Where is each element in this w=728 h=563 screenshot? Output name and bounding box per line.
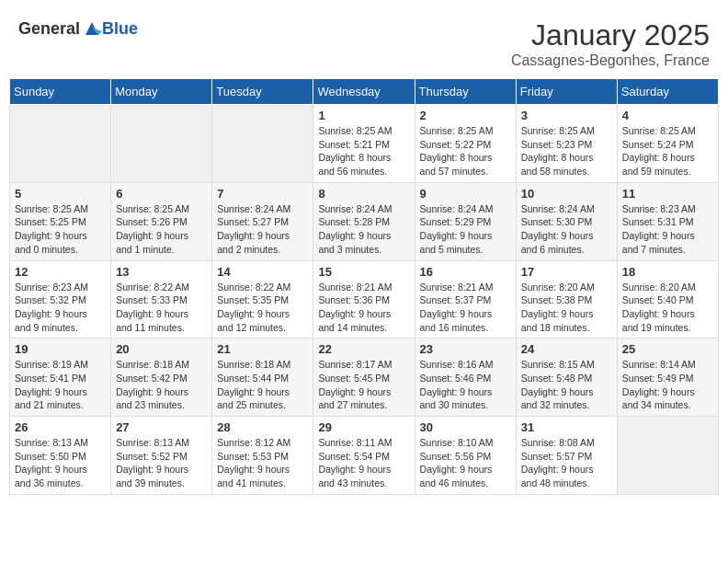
day-number: 4	[622, 109, 713, 122]
svg-marker-0	[85, 22, 98, 35]
weekday-header-friday: Friday	[516, 79, 617, 105]
day-info: Sunrise: 8:22 AMSunset: 5:33 PMDaylight:…	[116, 281, 207, 335]
weekday-header-sunday: Sunday	[10, 79, 111, 105]
day-cell: 14Sunrise: 8:22 AMSunset: 5:35 PMDayligh…	[212, 260, 313, 339]
day-number: 23	[420, 342, 511, 356]
day-cell: 30Sunrise: 8:10 AMSunset: 5:56 PMDayligh…	[415, 417, 516, 495]
logo-blue-text: Blue	[102, 19, 138, 39]
day-number: 14	[217, 265, 308, 279]
day-number: 12	[15, 265, 106, 279]
day-cell	[617, 417, 718, 495]
day-number: 13	[116, 265, 207, 279]
day-info: Sunrise: 8:19 AMSunset: 5:41 PMDaylight:…	[15, 358, 106, 412]
day-cell	[212, 105, 313, 183]
day-cell: 4Sunrise: 8:25 AMSunset: 5:24 PMDaylight…	[617, 105, 718, 183]
day-number: 25	[622, 342, 713, 356]
day-info: Sunrise: 8:18 AMSunset: 5:42 PMDaylight:…	[116, 358, 207, 412]
day-cell: 5Sunrise: 8:25 AMSunset: 5:25 PMDaylight…	[10, 182, 111, 260]
day-cell: 31Sunrise: 8:08 AMSunset: 5:57 PMDayligh…	[516, 417, 617, 495]
day-number: 29	[318, 420, 409, 434]
day-info: Sunrise: 8:20 AMSunset: 5:38 PMDaylight:…	[521, 281, 612, 335]
day-number: 9	[420, 187, 511, 201]
day-info: Sunrise: 8:25 AMSunset: 5:23 PMDaylight:…	[521, 124, 612, 178]
week-row-0: 1Sunrise: 8:25 AMSunset: 5:21 PMDaylight…	[10, 105, 719, 183]
day-info: Sunrise: 8:12 AMSunset: 5:53 PMDaylight:…	[217, 436, 308, 490]
day-cell: 12Sunrise: 8:23 AMSunset: 5:32 PMDayligh…	[10, 260, 111, 339]
day-number: 26	[15, 420, 106, 434]
day-cell: 16Sunrise: 8:21 AMSunset: 5:37 PMDayligh…	[415, 260, 516, 339]
day-number: 10	[521, 187, 612, 201]
day-number: 30	[420, 420, 511, 434]
day-cell	[111, 105, 212, 183]
month-title: January 2025	[511, 18, 710, 52]
logo-general-text: General	[18, 19, 80, 39]
day-number: 31	[521, 420, 612, 434]
day-cell: 3Sunrise: 8:25 AMSunset: 5:23 PMDaylight…	[516, 105, 617, 183]
day-cell: 27Sunrise: 8:13 AMSunset: 5:52 PMDayligh…	[111, 417, 212, 495]
day-info: Sunrise: 8:23 AMSunset: 5:32 PMDaylight:…	[15, 281, 106, 335]
day-cell: 8Sunrise: 8:24 AMSunset: 5:28 PMDaylight…	[313, 182, 415, 260]
day-cell: 13Sunrise: 8:22 AMSunset: 5:33 PMDayligh…	[111, 260, 212, 339]
weekday-header-row: SundayMondayTuesdayWednesdayThursdayFrid…	[10, 79, 719, 105]
day-cell: 29Sunrise: 8:11 AMSunset: 5:54 PMDayligh…	[313, 417, 415, 495]
day-info: Sunrise: 8:25 AMSunset: 5:26 PMDaylight:…	[116, 202, 207, 257]
day-cell: 9Sunrise: 8:24 AMSunset: 5:29 PMDaylight…	[415, 182, 516, 260]
week-row-4: 26Sunrise: 8:13 AMSunset: 5:50 PMDayligh…	[10, 417, 719, 495]
day-number: 19	[15, 342, 106, 356]
day-info: Sunrise: 8:21 AMSunset: 5:36 PMDaylight:…	[318, 281, 409, 335]
week-row-2: 12Sunrise: 8:23 AMSunset: 5:32 PMDayligh…	[10, 260, 719, 339]
day-info: Sunrise: 8:08 AMSunset: 5:57 PMDaylight:…	[521, 436, 612, 490]
day-number: 11	[622, 187, 713, 201]
day-info: Sunrise: 8:13 AMSunset: 5:52 PMDaylight:…	[116, 436, 207, 490]
day-info: Sunrise: 8:20 AMSunset: 5:40 PMDaylight:…	[622, 281, 713, 335]
day-cell: 19Sunrise: 8:19 AMSunset: 5:41 PMDayligh…	[10, 339, 111, 417]
logo: General Blue	[18, 18, 138, 39]
day-number: 24	[521, 342, 612, 356]
day-cell: 22Sunrise: 8:17 AMSunset: 5:45 PMDayligh…	[313, 339, 415, 417]
week-row-1: 5Sunrise: 8:25 AMSunset: 5:25 PMDaylight…	[10, 182, 719, 260]
day-cell: 7Sunrise: 8:24 AMSunset: 5:27 PMDaylight…	[212, 182, 313, 260]
logo-icon	[82, 18, 102, 39]
day-info: Sunrise: 8:11 AMSunset: 5:54 PMDaylight:…	[318, 436, 409, 490]
day-info: Sunrise: 8:25 AMSunset: 5:22 PMDaylight:…	[420, 124, 511, 178]
day-number: 5	[15, 187, 106, 201]
day-info: Sunrise: 8:17 AMSunset: 5:45 PMDaylight:…	[318, 358, 409, 412]
day-cell: 26Sunrise: 8:13 AMSunset: 5:50 PMDayligh…	[10, 417, 111, 495]
day-number: 20	[116, 342, 207, 356]
day-info: Sunrise: 8:24 AMSunset: 5:28 PMDaylight:…	[318, 202, 409, 257]
day-cell: 18Sunrise: 8:20 AMSunset: 5:40 PMDayligh…	[617, 260, 718, 339]
page-header: General Blue January 2025 Cassagnes-Bego…	[9, 9, 719, 74]
day-cell: 6Sunrise: 8:25 AMSunset: 5:26 PMDaylight…	[111, 182, 212, 260]
day-info: Sunrise: 8:16 AMSunset: 5:46 PMDaylight:…	[420, 358, 511, 412]
day-cell	[10, 105, 111, 183]
day-info: Sunrise: 8:24 AMSunset: 5:27 PMDaylight:…	[217, 202, 308, 257]
title-block: January 2025 Cassagnes-Begonhes, France	[511, 18, 710, 69]
day-number: 1	[318, 109, 409, 122]
day-info: Sunrise: 8:22 AMSunset: 5:35 PMDaylight:…	[217, 281, 308, 335]
day-number: 28	[217, 420, 308, 434]
day-info: Sunrise: 8:25 AMSunset: 5:24 PMDaylight:…	[622, 124, 713, 178]
weekday-header-tuesday: Tuesday	[212, 79, 313, 105]
day-cell: 11Sunrise: 8:23 AMSunset: 5:31 PMDayligh…	[617, 182, 718, 260]
day-number: 2	[420, 109, 511, 122]
weekday-header-wednesday: Wednesday	[313, 79, 415, 105]
day-info: Sunrise: 8:18 AMSunset: 5:44 PMDaylight:…	[217, 358, 308, 412]
day-cell: 21Sunrise: 8:18 AMSunset: 5:44 PMDayligh…	[212, 339, 313, 417]
weekday-header-monday: Monday	[111, 79, 212, 105]
day-info: Sunrise: 8:24 AMSunset: 5:29 PMDaylight:…	[420, 202, 511, 257]
day-info: Sunrise: 8:10 AMSunset: 5:56 PMDaylight:…	[420, 436, 511, 490]
day-info: Sunrise: 8:23 AMSunset: 5:31 PMDaylight:…	[622, 202, 713, 257]
location-title: Cassagnes-Begonhes, France	[511, 52, 710, 69]
day-cell: 15Sunrise: 8:21 AMSunset: 5:36 PMDayligh…	[313, 260, 415, 339]
day-number: 27	[116, 420, 207, 434]
day-number: 7	[217, 187, 308, 201]
day-number: 22	[318, 342, 409, 356]
day-cell: 20Sunrise: 8:18 AMSunset: 5:42 PMDayligh…	[111, 339, 212, 417]
day-info: Sunrise: 8:13 AMSunset: 5:50 PMDaylight:…	[15, 436, 106, 490]
day-cell: 28Sunrise: 8:12 AMSunset: 5:53 PMDayligh…	[212, 417, 313, 495]
weekday-header-thursday: Thursday	[415, 79, 516, 105]
week-row-3: 19Sunrise: 8:19 AMSunset: 5:41 PMDayligh…	[10, 339, 719, 417]
day-info: Sunrise: 8:14 AMSunset: 5:49 PMDaylight:…	[622, 358, 713, 412]
day-info: Sunrise: 8:15 AMSunset: 5:48 PMDaylight:…	[521, 358, 612, 412]
day-info: Sunrise: 8:25 AMSunset: 5:25 PMDaylight:…	[15, 202, 106, 257]
